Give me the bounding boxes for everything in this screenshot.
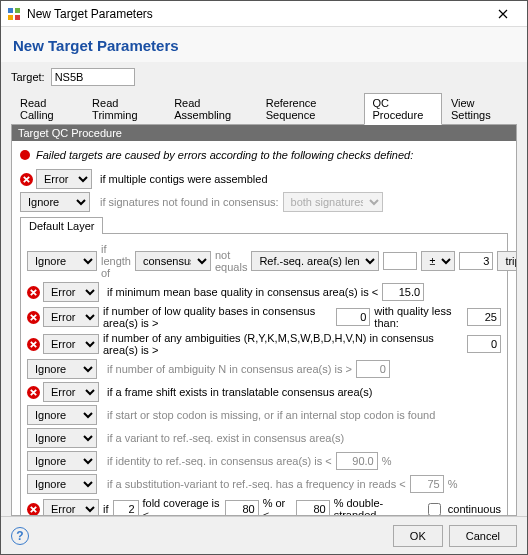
error-dot-icon: [20, 150, 30, 160]
app-icon: [7, 7, 21, 21]
svg-rect-3: [15, 15, 20, 20]
svg-rect-0: [8, 8, 13, 13]
rule-length: Ignore if length of consensus not equals…: [27, 243, 501, 279]
continuous-label: continuous: [448, 503, 501, 515]
lowq-count-input[interactable]: [336, 308, 370, 326]
tab-read-trimming[interactable]: Read Trimming: [83, 93, 165, 125]
rule-ambiguities: Error if number of any ambiguities (R,Y,…: [27, 332, 501, 356]
continuous-checkbox[interactable]: [428, 503, 441, 516]
level-select[interactable]: Ignore: [27, 474, 97, 494]
triplet-count-input[interactable]: [459, 252, 493, 270]
rule-substitution-freq: Ignore if a substitution-variant to ref.…: [27, 474, 501, 494]
dialog-window: New Target Parameters New Target Paramet…: [0, 0, 528, 555]
tab-default-layer[interactable]: Default Layer: [20, 217, 103, 234]
window-title: New Target Parameters: [27, 7, 485, 21]
level-select[interactable]: Error: [43, 307, 99, 327]
pct: %: [448, 478, 458, 490]
rule-coverage: Error if fold coverage is < % or < % dou…: [27, 497, 501, 515]
qc-group-header: Target QC Procedure: [12, 125, 516, 141]
error-icon: [27, 286, 40, 299]
error-icon: [27, 311, 40, 324]
level-select[interactable]: Error: [43, 382, 99, 402]
level-select[interactable]: Error: [43, 499, 99, 515]
ambiguity-count-input[interactable]: [467, 335, 501, 353]
lowq-threshold-input[interactable]: [467, 308, 501, 326]
tab-read-assembling[interactable]: Read Assembling: [165, 93, 257, 125]
rule-text: if start or stop codon is missing, or if…: [107, 409, 435, 421]
level-select[interactable]: Error: [36, 169, 92, 189]
rule-ambiguity-n: Ignore if number of ambiguity N in conse…: [27, 359, 501, 379]
qc-group-body: Failed targets are caused by errors acco…: [12, 141, 516, 515]
ok-button[interactable]: OK: [393, 525, 443, 547]
level-select[interactable]: Error: [43, 334, 99, 354]
rule-codon: Ignore if start or stop codon is missing…: [27, 405, 501, 425]
cancel-button[interactable]: Cancel: [449, 525, 517, 547]
tab-view-settings[interactable]: View Settings: [442, 93, 517, 125]
rule-text: if a substitution-variant to ref.-seq. h…: [107, 478, 406, 490]
error-icon: [20, 173, 33, 186]
ref-length-select[interactable]: Ref.-seq. area(s) length: [251, 251, 379, 271]
level-select[interactable]: Ignore: [27, 451, 97, 471]
rule-mean-quality: Error if minimum mean base quality in co…: [27, 282, 501, 302]
rule-frame-shift: Error if a frame shift exists in transla…: [27, 382, 501, 402]
dialog-footer: ? OK Cancel: [1, 516, 527, 554]
tab-qc-procedure[interactable]: QC Procedure: [364, 93, 442, 125]
pct: %: [382, 455, 392, 467]
unit-select[interactable]: triplets: [497, 251, 516, 271]
error-icon: [27, 338, 40, 351]
target-input[interactable]: [51, 68, 135, 86]
tab-read-calling[interactable]: Read Calling: [11, 93, 83, 125]
length-of-select[interactable]: consensus: [135, 251, 211, 271]
titlebar: New Target Parameters: [1, 1, 527, 27]
window-close-button[interactable]: [485, 1, 521, 26]
pct-or: % or <: [263, 497, 292, 515]
svg-rect-1: [15, 8, 20, 13]
level-select[interactable]: Ignore: [27, 428, 97, 448]
rule-identity: Ignore if identity to ref.-seq. in conse…: [27, 451, 501, 471]
cov2-input[interactable]: [296, 500, 330, 515]
tab-reference-sequence[interactable]: Reference Sequence: [257, 93, 364, 125]
rule-low-quality-bases: Error if number of low quality bases in …: [27, 305, 501, 329]
qc-intro-text: Failed targets are caused by errors acco…: [36, 149, 413, 161]
layer-tabs: Default Layer: [20, 216, 508, 234]
rule-pre: if length of: [101, 243, 131, 279]
mean-quality-input[interactable]: [382, 283, 424, 301]
level-select[interactable]: Ignore: [20, 192, 90, 212]
pm-select[interactable]: ±: [421, 251, 455, 271]
length-offset-input: [383, 252, 417, 270]
rule-post: not equals: [215, 249, 247, 273]
level-select[interactable]: Ignore: [27, 405, 97, 425]
rule-multiple-contigs: Error if multiple contigs were assembled: [20, 169, 508, 189]
qc-panel: Target QC Procedure Failed targets are c…: [11, 125, 517, 516]
rule-text: if a variant to ref.-seq. exist in conse…: [107, 432, 344, 444]
dialog-heading: New Target Parameters: [1, 27, 527, 62]
rule-text: if signatures not found in consensus:: [100, 196, 279, 208]
level-select[interactable]: Error: [43, 282, 99, 302]
ambiguity-n-input: [356, 360, 390, 378]
level-select[interactable]: Ignore: [27, 251, 97, 271]
rule-mid1: fold coverage is <: [143, 497, 221, 515]
content-area: Target: Read Calling Read Trimming Read …: [1, 62, 527, 516]
rule-pre: if number of low quality bases in consen…: [103, 305, 332, 329]
qc-intro: Failed targets are caused by errors acco…: [20, 149, 508, 161]
fold-input[interactable]: [113, 500, 139, 515]
help-button[interactable]: ?: [11, 527, 29, 545]
rule-mid: with quality less than:: [374, 305, 463, 329]
svg-rect-2: [8, 15, 13, 20]
error-icon: [27, 503, 40, 516]
rule-text: if number of any ambiguities (R,Y,K,M,S,…: [103, 332, 463, 356]
rule-text: if number of ambiguity N in consensus ar…: [107, 363, 352, 375]
target-field-row: Target:: [11, 68, 517, 86]
rule-text: if a frame shift exists in translatable …: [107, 386, 372, 398]
rule-text: if minimum mean base quality in consensu…: [107, 286, 378, 298]
cov1-input[interactable]: [225, 500, 259, 515]
sub-freq-input: [410, 475, 444, 493]
rule-pre: if: [103, 503, 109, 515]
rule-text: if identity to ref.-seq. in consensus ar…: [107, 455, 332, 467]
level-select[interactable]: Ignore: [27, 359, 97, 379]
error-icon: [27, 386, 40, 399]
rule-text: if multiple contigs were assembled: [100, 173, 268, 185]
rule-variant: Ignore if a variant to ref.-seq. exist i…: [27, 428, 501, 448]
pct-ds: % double-stranded,: [334, 497, 420, 515]
rule-signatures: Ignore if signatures not found in consen…: [20, 192, 508, 212]
